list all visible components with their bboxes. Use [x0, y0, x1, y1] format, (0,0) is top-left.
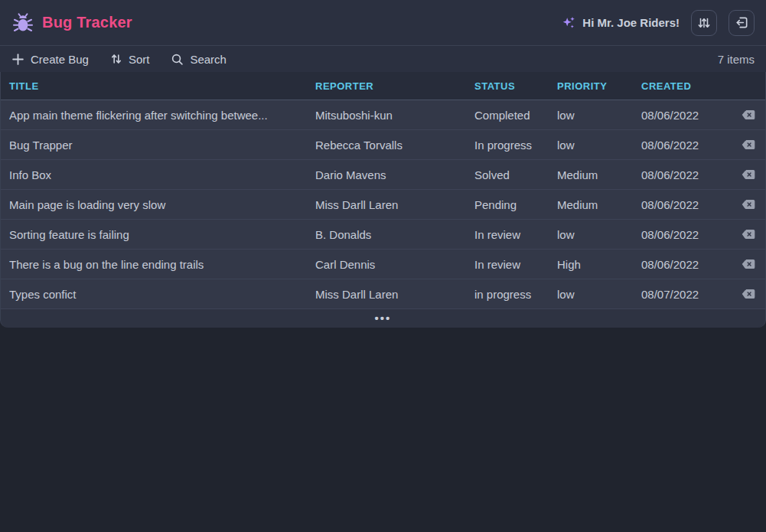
- table-header-row: TITLE REPORTER STATUS PRIORITY CREATED: [1, 72, 765, 100]
- app-title: Bug Tracker: [42, 14, 132, 31]
- sort-button[interactable]: Sort: [110, 53, 150, 66]
- table-row[interactable]: There is a bug on the line ending trails…: [1, 250, 765, 279]
- sort-arrows-icon: [110, 53, 122, 65]
- column-header-status: STATUS: [474, 80, 557, 92]
- table-row[interactable]: Info Box Dario Mavens Solved Medium 08/0…: [1, 160, 765, 190]
- bug-table: TITLE REPORTER STATUS PRIORITY CREATED A…: [0, 72, 766, 309]
- delete-bug-button[interactable]: [741, 198, 756, 211]
- bug-icon: [11, 11, 34, 34]
- cell-created: 08/06/2022: [641, 139, 731, 152]
- table-row[interactable]: Sorting feature is failing B. Donalds In…: [1, 220, 765, 250]
- backspace-delete-icon: [741, 109, 756, 121]
- cell-created: 08/06/2022: [641, 168, 731, 181]
- backspace-delete-icon: [741, 139, 756, 151]
- cell-reporter: Miss Darll Laren: [315, 198, 474, 211]
- table-row[interactable]: App main theme flickering after switchin…: [1, 100, 765, 130]
- delete-bug-button[interactable]: [741, 258, 756, 270]
- search-button[interactable]: Search: [171, 53, 227, 66]
- table-footer: •••: [0, 309, 766, 328]
- cell-title: There is a bug on the line ending trails: [9, 258, 315, 271]
- cell-reporter: Rebecca Torvalls: [315, 139, 474, 152]
- table-row[interactable]: Types confict Miss Darll Laren in progre…: [1, 279, 765, 309]
- cell-title: Info Box: [9, 168, 315, 181]
- create-bug-label: Create Bug: [31, 53, 89, 66]
- filter-settings-button[interactable]: [691, 10, 717, 36]
- cell-created: 08/06/2022: [641, 198, 731, 211]
- cell-status: Solved: [474, 168, 557, 181]
- cell-created: 08/06/2022: [641, 109, 731, 122]
- backspace-delete-icon: [741, 258, 756, 270]
- cell-title: Bug Trapper: [9, 139, 315, 152]
- cell-reporter: B. Donalds: [315, 228, 474, 241]
- logout-icon: [735, 15, 749, 30]
- delete-bug-button[interactable]: [741, 168, 756, 181]
- sparkles-icon: [561, 15, 576, 31]
- delete-bug-button[interactable]: [741, 228, 756, 240]
- cell-priority: Medium: [557, 168, 641, 181]
- cell-reporter: Dario Mavens: [315, 168, 474, 181]
- cell-priority: High: [557, 258, 641, 271]
- cell-title: App main theme flickering after switchin…: [9, 109, 315, 122]
- items-count: 7 items: [718, 53, 755, 66]
- cell-priority: low: [557, 139, 641, 152]
- column-header-title: TITLE: [9, 80, 315, 92]
- search-icon: [171, 53, 184, 66]
- delete-bug-button[interactable]: [741, 288, 756, 300]
- table-row[interactable]: Main page is loading very slow Miss Darl…: [1, 190, 765, 220]
- cell-title: Types confict: [9, 288, 315, 301]
- backspace-delete-icon: [741, 288, 756, 300]
- cell-status: Completed: [474, 109, 557, 122]
- cell-title: Main page is loading very slow: [9, 198, 315, 211]
- brand: Bug Tracker: [11, 11, 132, 34]
- column-header-created: CREATED: [641, 80, 731, 92]
- backspace-delete-icon: [741, 198, 756, 211]
- toolbar: Create Bug Sort Search 7 items: [0, 46, 766, 72]
- cell-status: In review: [474, 228, 557, 241]
- cell-status: in progress: [474, 288, 557, 301]
- ellipsis-icon: •••: [375, 312, 392, 325]
- cell-priority: low: [557, 228, 641, 241]
- cell-reporter: Carl Dennis: [315, 258, 474, 271]
- cell-status: In progress: [474, 139, 557, 152]
- vertical-arrows-adjust-icon: [697, 16, 711, 30]
- column-header-reporter: REPORTER: [315, 80, 474, 92]
- cell-priority: low: [557, 288, 641, 301]
- cell-priority: Medium: [557, 198, 641, 211]
- column-header-priority: PRIORITY: [557, 80, 641, 92]
- cell-created: 08/07/2022: [641, 288, 731, 301]
- cell-reporter: Mitsuboshi-kun: [315, 109, 474, 122]
- cell-priority: low: [557, 109, 641, 122]
- backspace-delete-icon: [741, 168, 756, 181]
- cell-status: In review: [474, 258, 557, 271]
- show-more-button[interactable]: •••: [367, 313, 399, 324]
- cell-created: 08/06/2022: [641, 258, 731, 271]
- cell-title: Sorting feature is failing: [9, 228, 315, 241]
- plus-icon: [11, 53, 24, 66]
- delete-bug-button[interactable]: [741, 109, 756, 121]
- sort-label: Sort: [129, 53, 150, 66]
- top-bar: Bug Tracker Hi Mr. Joe Riders!: [0, 0, 766, 46]
- user-area: Hi Mr. Joe Riders!: [561, 10, 755, 36]
- greeting: Hi Mr. Joe Riders!: [561, 15, 680, 31]
- backspace-delete-icon: [741, 228, 756, 240]
- create-bug-button[interactable]: Create Bug: [11, 53, 89, 66]
- cell-status: Pending: [474, 198, 557, 211]
- logout-button[interactable]: [729, 10, 755, 36]
- cell-created: 08/06/2022: [641, 228, 731, 241]
- cell-reporter: Miss Darll Laren: [315, 288, 474, 301]
- delete-bug-button[interactable]: [741, 139, 756, 151]
- greeting-text: Hi Mr. Joe Riders!: [582, 16, 680, 29]
- search-label: Search: [190, 53, 227, 66]
- table-row[interactable]: Bug Trapper Rebecca Torvalls In progress…: [1, 130, 765, 160]
